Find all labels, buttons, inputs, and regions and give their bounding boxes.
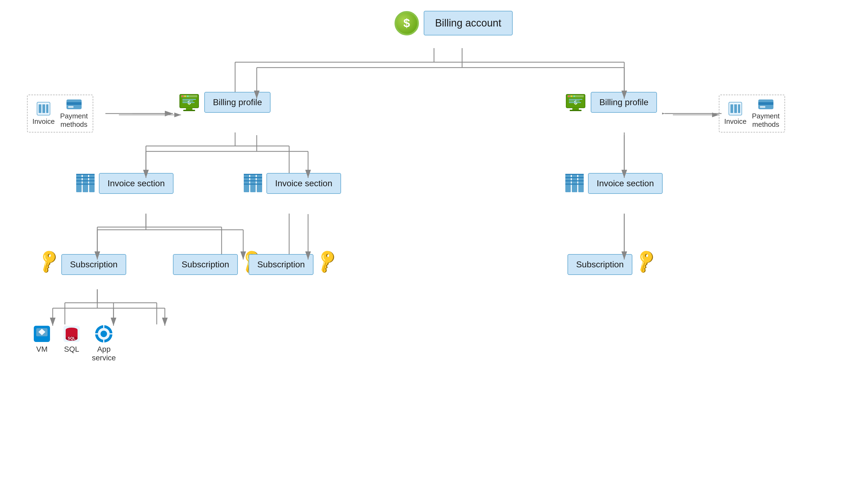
svg-rect-72 [257,174,262,192]
invoice-label-left: Invoice [32,117,55,126]
svg-rect-24 [181,95,197,97]
subscription-4-key-icon: 🔑 [632,248,659,275]
subscription-2-node: Subscription 🔑 [173,254,261,275]
svg-rect-71 [250,174,256,192]
svg-point-36 [568,95,570,97]
svg-rect-67 [76,177,95,178]
svg-rect-66 [76,174,95,175]
billing-profile-2-node: $ Billing profile [565,92,657,113]
invoice-section-2-icon [243,173,263,194]
invoice-section-3-node: Invoice section [565,173,663,194]
resources-row: VM SQL SQL [32,324,116,362]
invoice-section-1-icon [76,173,95,194]
svg-rect-40 [569,99,582,100]
svg-rect-75 [244,180,262,181]
arrow-left [105,108,181,122]
svg-rect-32 [186,108,193,110]
billing-profile-1-box: Billing profile [204,92,271,113]
connector-lines [0,0,868,492]
subscription-3-key-icon: 🔑 [313,248,340,275]
svg-rect-77 [565,174,571,192]
subscription-1-node: 🔑 Subscription [38,254,126,275]
svg-rect-42 [569,102,581,103]
sql-label: SQL [64,345,79,353]
svg-rect-43 [572,108,579,110]
subscription-1-key-icon: 🔑 [34,248,62,275]
billing-account-box: Billing account [424,11,513,35]
svg-point-25 [182,95,183,97]
svg-rect-48 [46,104,48,113]
svg-rect-33 [183,110,195,111]
svg-rect-73 [244,174,262,175]
svg-rect-76 [244,183,262,184]
svg-rect-56 [734,104,737,113]
dashed-box-right: Invoice Payment methods [719,95,785,132]
svg-rect-78 [572,174,577,192]
invoice-section-1-node: Invoice section [76,173,174,194]
invoice-item-right: Invoice [724,102,746,126]
subscription-4-node: Subscription 🔑 [567,254,656,275]
payment-methods-item-left: Payment methods [60,98,88,129]
all-connector-lines [0,0,868,492]
invoice-section-2-box: Invoice section [266,173,341,194]
subscription-1-box: Subscription [61,254,126,275]
svg-rect-74 [244,177,262,178]
svg-rect-57 [738,104,740,113]
svg-rect-79 [578,174,584,192]
svg-rect-51 [68,106,74,108]
subscription-4-box: Subscription [567,254,632,275]
svg-rect-44 [570,110,582,111]
svg-point-96 [101,330,107,337]
svg-rect-41 [569,101,580,101]
payment-methods-item-right: Payment methods [752,98,780,129]
billing-account-icon: $ [394,11,419,35]
invoice-item-left: Invoice [32,102,55,126]
billing-account-node: $ Billing account [394,11,513,35]
svg-rect-31 [182,102,195,103]
svg-point-26 [184,95,186,97]
subscription-3-box: Subscription [249,254,313,275]
invoice-section-1-box: Invoice section [99,173,174,194]
billing-profile-1-node: $ Billing profile [178,92,271,113]
svg-rect-68 [76,180,95,181]
svg-rect-29 [182,99,196,100]
svg-point-27 [187,95,188,97]
app-service-label: App service [92,345,116,362]
svg-rect-59 [758,102,773,105]
billing-profile-2-icon: $ [565,93,586,112]
vm-label: VM [36,345,48,353]
svg-rect-81 [565,177,584,178]
svg-point-38 [573,95,575,97]
svg-text:SQL: SQL [68,336,76,340]
billing-profile-1-icon: $ [178,93,200,112]
svg-rect-64 [83,174,88,192]
svg-rect-50 [67,102,82,105]
app-service-resource: App service [92,324,116,362]
svg-rect-60 [760,106,765,108]
svg-rect-30 [182,101,193,101]
svg-rect-55 [731,104,733,113]
invoice-label-right: Invoice [724,117,746,126]
svg-rect-47 [43,104,45,113]
invoice-section-2-node: Invoice section [243,173,341,194]
subscription-2-box: Subscription [173,254,238,275]
svg-rect-69 [76,183,95,184]
subscription-3-node: Subscription 🔑 [249,254,337,275]
invoice-section-3-box: Invoice section [588,173,663,194]
svg-rect-80 [565,174,584,175]
invoice-section-3-icon [565,173,584,194]
payment-label-left: Payment methods [60,112,88,129]
payment-label-right: Payment methods [752,112,780,129]
svg-rect-46 [39,104,41,113]
svg-rect-83 [565,183,584,184]
svg-point-37 [571,95,572,97]
arrow-right [662,108,724,122]
vm-resource: VM [32,324,51,353]
svg-rect-35 [567,95,584,97]
svg-rect-82 [565,180,584,181]
svg-rect-70 [244,174,249,192]
billing-profile-2-box: Billing profile [591,92,657,113]
dashed-box-left: Invoice Payment methods [27,95,93,132]
billing-hierarchy-diagram: $ Billing account $ Billing profile [0,0,868,492]
sql-resource: SQL SQL [62,324,81,353]
